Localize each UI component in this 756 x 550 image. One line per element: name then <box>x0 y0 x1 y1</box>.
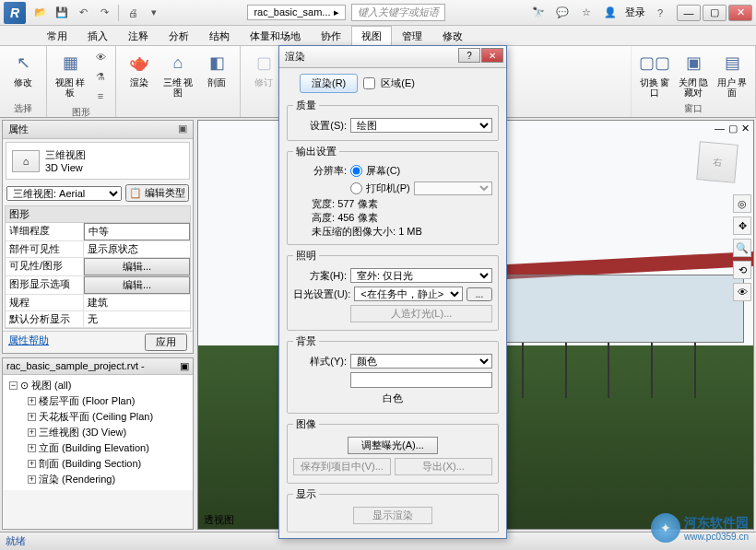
type-name: 三维视图 <box>45 148 86 162</box>
tab-view[interactable]: 视图 <box>351 26 392 46</box>
user-icon[interactable]: 👤 <box>601 4 620 22</box>
visibility-button[interactable]: 👁 <box>91 48 110 66</box>
nav-wheel-icon[interactable]: ◎ <box>733 194 751 213</box>
vp-minimize-icon[interactable]: — <box>715 123 725 135</box>
prop-group-graphics[interactable]: 图形 <box>6 206 190 223</box>
help-icon[interactable]: ? <box>651 4 669 22</box>
run-render-button[interactable]: 渲染(R) <box>300 74 358 93</box>
display-fieldset: 显示 显示渲染 <box>287 487 499 532</box>
favorite-icon[interactable]: ☆ <box>577 4 596 22</box>
analysis-display-field[interactable]: 无 <box>84 311 190 327</box>
login-link[interactable]: 登录 <box>625 6 645 19</box>
discipline-field[interactable]: 建筑 <box>84 295 190 310</box>
close-button[interactable]: ✕ <box>728 5 752 21</box>
view-selector[interactable]: 三维视图: Aerial <box>6 186 122 201</box>
breadcrumb[interactable]: rac_basic_sam... ▸ <box>247 5 345 20</box>
binoculars-icon[interactable]: 🔭 <box>529 4 548 22</box>
output-fieldset: 输出设置 分辨率: 屏幕(C) 打印机(P) 宽度: 577 像素 高度: 45… <box>287 145 499 245</box>
scheme-select[interactable]: 室外: 仅日光 <box>350 268 492 283</box>
expand-icon[interactable]: + <box>28 397 36 405</box>
tab-collaborate[interactable]: 协作 <box>311 26 351 45</box>
display-options-button[interactable]: 编辑... <box>84 276 190 294</box>
bg-color-swatch[interactable] <box>350 372 492 388</box>
tab-structure[interactable]: 结构 <box>199 26 240 45</box>
titlebar: R 📂 💾 ↶ ↷ 🖨 ▾ rac_basic_sam... ▸ 键入关键字或短… <box>0 0 756 26</box>
prop-label: 部件可见性 <box>6 241 84 257</box>
bg-style-select[interactable]: 颜色 <box>350 354 492 369</box>
tab-home[interactable]: 常用 <box>37 26 77 45</box>
properties-help-link[interactable]: 属性帮助 <box>8 334 49 351</box>
3d-view-button[interactable]: ⌂ 三维 视图 <box>160 48 195 99</box>
tree-item[interactable]: + 天花板平面 (Ceiling Plan) <box>6 409 190 425</box>
quality-fieldset: 质量 设置(S): 绘图 <box>287 99 499 141</box>
browser-title: rac_basic_sample_project.rvt - <box>6 360 145 372</box>
revisions-button[interactable]: ▢ 修订 <box>246 48 281 89</box>
sun-select[interactable]: <在任务中，静止> <box>354 287 463 301</box>
save-icon[interactable]: 💾 <box>53 4 71 22</box>
render-button[interactable]: 🫖 渲染 <box>122 48 157 89</box>
minimize-button[interactable]: — <box>677 5 701 21</box>
view-cube[interactable]: 右 <box>696 141 738 183</box>
screen-radio[interactable] <box>350 165 362 177</box>
zoom-icon[interactable]: 🔍 <box>733 239 751 257</box>
filters-button[interactable]: ⚗ <box>91 67 110 86</box>
undo-icon[interactable]: ↶ <box>74 4 92 22</box>
communicate-icon[interactable]: 💬 <box>553 4 572 22</box>
switch-windows-button[interactable]: ▢▢ 切换 窗口 <box>637 48 672 99</box>
tab-annotate[interactable]: 注释 <box>118 26 159 45</box>
redo-icon[interactable]: ↷ <box>95 4 113 22</box>
vg-edit-button[interactable]: 编辑... <box>84 258 190 275</box>
adjust-exposure-button[interactable]: 调整曝光(A)... <box>348 437 438 454</box>
dialog-close-button[interactable]: ✕ <box>481 48 503 63</box>
dialog-help-button[interactable]: ? <box>458 48 480 63</box>
export-button: 导出(X)... <box>395 458 492 475</box>
print-icon[interactable]: 🖨 <box>124 4 142 22</box>
project-tree[interactable]: − ⊙ 视图 (all) + 楼层平面 (Floor Plan) + 天花板平面… <box>3 375 193 490</box>
view-template-button[interactable]: ▦ 视图 样板 <box>53 48 88 99</box>
vp-close-icon[interactable]: ✕ <box>741 123 750 135</box>
resolution-label: 分辨率: <box>293 164 347 178</box>
printer-radio[interactable] <box>350 182 362 194</box>
edit-type-button[interactable]: 📋 编辑类型 <box>125 184 189 202</box>
orbit-icon[interactable]: ⟲ <box>733 261 751 279</box>
expand-icon[interactable]: + <box>28 475 36 484</box>
apply-button[interactable]: 应用 <box>145 334 187 351</box>
expand-icon[interactable]: + <box>28 428 36 437</box>
section-button[interactable]: ◧ 剖面 <box>199 48 234 89</box>
close-hidden-button[interactable]: ▣ 关闭 隐藏对 <box>676 48 711 99</box>
expand-icon[interactable]: + <box>28 460 36 468</box>
search-input[interactable]: 键入关键字或短语 <box>351 4 445 21</box>
open-icon[interactable]: 📂 <box>31 4 50 22</box>
detail-level-field[interactable]: 中等 <box>84 223 190 240</box>
more-icon[interactable]: ▾ <box>145 4 163 22</box>
tab-manage[interactable]: 管理 <box>392 26 432 45</box>
tree-item[interactable]: + 三维视图 (3D View) <box>6 425 190 440</box>
sun-settings-button[interactable]: ... <box>467 287 492 301</box>
tab-analyze[interactable]: 分析 <box>159 26 199 45</box>
maximize-button[interactable]: ▢ <box>703 5 726 21</box>
expand-icon[interactable]: + <box>28 444 36 452</box>
pan-icon[interactable]: ✥ <box>733 216 751 235</box>
collapse-icon[interactable]: − <box>9 381 18 390</box>
look-icon[interactable]: 👁 <box>733 283 751 301</box>
region-checkbox[interactable] <box>363 77 375 89</box>
tree-item[interactable]: + 立面 (Building Elevation) <box>6 440 190 456</box>
app-logo[interactable]: R <box>4 2 26 24</box>
expand-icon[interactable]: + <box>28 413 36 421</box>
tree-root[interactable]: − ⊙ 视图 (all) <box>6 378 190 393</box>
tab-massing[interactable]: 体量和场地 <box>240 26 311 45</box>
tree-item[interactable]: + 渲染 (Rendering) <box>6 472 190 487</box>
tree-item[interactable]: + 剖面 (Building Section) <box>6 456 190 472</box>
vp-maximize-icon[interactable]: ▢ <box>728 123 738 135</box>
quality-select[interactable]: 绘图 <box>350 118 492 133</box>
browser-close-icon[interactable]: ▣ <box>180 360 189 372</box>
modify-button[interactable]: ↖ 修改 <box>6 48 41 89</box>
properties-close-icon[interactable]: ▣ <box>178 123 187 136</box>
tab-insert[interactable]: 插入 <box>77 26 118 45</box>
tab-modify[interactable]: 修改 <box>432 26 473 45</box>
parts-visibility-field[interactable]: 显示原状态 <box>84 241 190 257</box>
thin-lines-button[interactable]: ≡ <box>91 87 110 105</box>
tree-item[interactable]: + 楼层平面 (Floor Plan) <box>6 393 190 409</box>
teapot-icon: 🫖 <box>126 50 152 76</box>
ui-button[interactable]: ▤ 用户 界面 <box>715 48 750 99</box>
